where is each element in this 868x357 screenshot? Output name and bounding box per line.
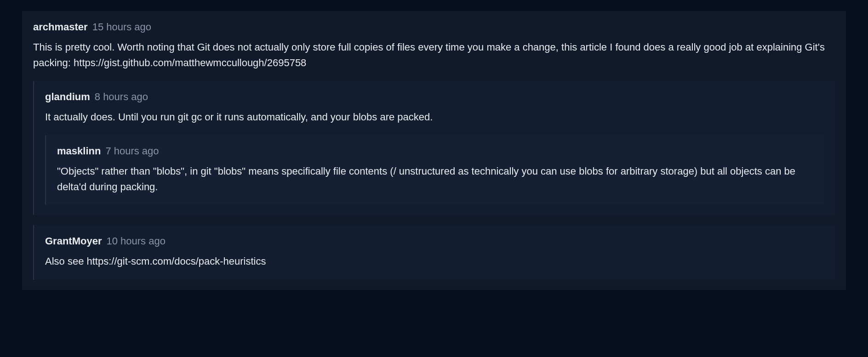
timestamp-link[interactable]: 8 hours ago <box>95 91 148 103</box>
comment-header: masklinn 7 hours ago <box>57 145 813 157</box>
body-link[interactable]: https://gist.github.com/matthewmcculloug… <box>74 57 306 68</box>
comment-text: Also see <box>45 255 87 267</box>
timestamp-link[interactable]: 10 hours ago <box>106 235 165 247</box>
comment-reply: GrantMoyer 10 hours ago Also see https:/… <box>33 225 835 279</box>
nested-comments: masklinn 7 hours ago "Objects" rather th… <box>45 135 824 205</box>
username-link[interactable]: GrantMoyer <box>45 235 102 247</box>
comment-reply: glandium 8 hours ago It actually does. U… <box>33 81 835 215</box>
username-link[interactable]: masklinn <box>57 145 101 157</box>
comment-body: "Objects" rather than "blobs", in git "b… <box>57 164 813 195</box>
timestamp-link[interactable]: 15 hours ago <box>92 21 151 33</box>
username-link[interactable]: archmaster <box>33 21 88 33</box>
comment-body: Also see https://git-scm.com/docs/pack-h… <box>45 254 824 269</box>
nested-comments: glandium 8 hours ago It actually does. U… <box>33 81 835 279</box>
comment-text: It actually does. Until you run git gc o… <box>45 111 433 123</box>
username-link[interactable]: glandium <box>45 91 90 103</box>
sibling-comment-group: GrantMoyer 10 hours ago Also see https:/… <box>33 225 835 279</box>
comment-thread: archmaster 15 hours ago This is pretty c… <box>22 11 846 290</box>
comment-header: glandium 8 hours ago <box>45 91 824 103</box>
comment-reply: masklinn 7 hours ago "Objects" rather th… <box>45 135 824 205</box>
comment-header: GrantMoyer 10 hours ago <box>45 235 824 247</box>
comment-body: It actually does. Until you run git gc o… <box>45 109 824 125</box>
timestamp-link[interactable]: 7 hours ago <box>105 145 159 157</box>
body-link[interactable]: https://git-scm.com/docs/pack-heuristics <box>87 255 266 267</box>
comment-root: archmaster 15 hours ago This is pretty c… <box>22 11 846 290</box>
comment-text: "Objects" rather than "blobs", in git "b… <box>57 165 795 193</box>
comment-header: archmaster 15 hours ago <box>33 21 835 33</box>
comment-body: This is pretty cool. Worth noting that G… <box>33 40 835 71</box>
